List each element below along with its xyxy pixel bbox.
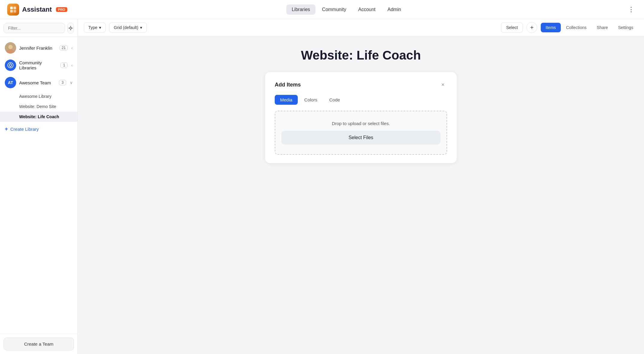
- type-label: Type: [88, 25, 97, 30]
- nav-item-community[interactable]: Community: [317, 4, 352, 15]
- nav-item-admin[interactable]: Admin: [382, 4, 406, 15]
- sidebar-badge-jennifer: 21: [60, 45, 68, 51]
- sidebar: Jennifer Franklin 21 ‹ Community Librari…: [0, 19, 78, 354]
- chevron-awesome-team: ∨: [70, 80, 73, 85]
- avatar-community: [5, 60, 16, 71]
- create-team-button[interactable]: Create a Team: [4, 338, 74, 350]
- nav-item-libraries[interactable]: Libraries: [286, 4, 315, 15]
- view-label: Grid (default): [114, 25, 138, 30]
- svg-rect-0: [10, 7, 13, 9]
- close-button[interactable]: ×: [439, 80, 447, 89]
- view-chevron-icon: ▾: [140, 25, 142, 30]
- media-tab-code[interactable]: Code: [324, 95, 345, 105]
- sidebar-item-jennifer[interactable]: Jennifer Franklin 21 ‹: [0, 39, 78, 57]
- media-tabs: Media Colors Code: [275, 95, 447, 105]
- pro-badge: PRO: [56, 7, 67, 12]
- create-library-label: Create Library: [10, 127, 39, 132]
- main-nav: Libraries Community Account Admin: [286, 4, 406, 15]
- select-button[interactable]: Select: [501, 22, 523, 33]
- svg-rect-1: [13, 7, 16, 9]
- media-tab-colors[interactable]: Colors: [299, 95, 323, 105]
- avatar-jennifer: [5, 42, 16, 54]
- nav-item-account[interactable]: Account: [353, 4, 381, 15]
- sidebar-badge-awesome-team: 3: [59, 80, 66, 85]
- content-tabs: Items Collections Share Settings: [541, 23, 638, 32]
- type-chevron-icon: ▾: [99, 25, 101, 30]
- app-header: Assistant PRO Libraries Community Accoun…: [0, 0, 644, 19]
- main-layout: Jennifer Franklin 21 ‹ Community Librari…: [0, 19, 644, 354]
- filter-icon-button[interactable]: [67, 23, 74, 34]
- sub-item-website-demo[interactable]: Website: Demo Site: [0, 101, 78, 112]
- content-body: Website: Life Coach Add Items × Media Co…: [78, 36, 644, 354]
- drop-text: Drop to upload or select files.: [332, 121, 390, 126]
- tab-settings[interactable]: Settings: [613, 23, 638, 32]
- sidebar-item-community-libraries[interactable]: Community Libraries 1 ‹: [0, 57, 78, 74]
- sidebar-filter-area: [0, 19, 78, 37]
- chevron-community: ‹: [71, 63, 73, 68]
- svg-rect-2: [10, 10, 13, 13]
- app-name: Assistant: [22, 6, 52, 13]
- create-library-plus-icon: +: [5, 126, 8, 132]
- sidebar-label-awesome-team: Awesome Team: [19, 80, 56, 85]
- sidebar-label-community: Community Libraries: [19, 60, 57, 70]
- page-title: Website: Life Coach: [301, 48, 421, 63]
- tab-items[interactable]: Items: [541, 23, 561, 32]
- sidebar-section: Jennifer Franklin 21 ‹ Community Librari…: [0, 37, 78, 334]
- content-toolbar: Type ▾ Grid (default) ▾ Select + Items C…: [78, 19, 644, 36]
- avatar-awesome-team: AT: [5, 77, 16, 88]
- create-library-row[interactable]: + Create Library: [0, 123, 78, 135]
- svg-point-12: [9, 45, 12, 48]
- more-menu-icon[interactable]: ⋮: [625, 3, 637, 16]
- tab-collections[interactable]: Collections: [561, 23, 591, 32]
- sidebar-item-awesome-team[interactable]: AT Awesome Team 3 ∨: [0, 74, 78, 91]
- svg-point-4: [70, 27, 72, 29]
- sidebar-footer: Create a Team: [0, 334, 78, 354]
- select-files-button[interactable]: Select Files: [281, 131, 441, 145]
- card-header: Add Items ×: [275, 80, 447, 89]
- sidebar-badge-community: 1: [60, 63, 68, 68]
- app-logo-icon: [7, 4, 19, 16]
- logo-area: Assistant PRO: [7, 4, 67, 16]
- add-items-card: Add Items × Media Colors Code Drop to up…: [265, 72, 457, 163]
- content-area: Type ▾ Grid (default) ▾ Select + Items C…: [78, 19, 644, 354]
- drop-zone[interactable]: Drop to upload or select files. Select F…: [275, 111, 447, 155]
- view-dropdown[interactable]: Grid (default) ▾: [109, 22, 147, 33]
- type-dropdown[interactable]: Type ▾: [84, 22, 106, 33]
- sidebar-label-jennifer: Jennifer Franklin: [19, 45, 57, 51]
- chevron-jennifer: ‹: [71, 45, 73, 50]
- filter-input[interactable]: [4, 23, 65, 33]
- add-item-button[interactable]: +: [526, 22, 537, 33]
- svg-rect-3: [13, 10, 16, 13]
- sub-item-awesome-library[interactable]: Awesome Library: [0, 91, 78, 101]
- team-sub-items: Awesome Library Website: Demo Site Websi…: [0, 91, 78, 123]
- tab-share[interactable]: Share: [592, 23, 613, 32]
- sub-item-website-life-coach[interactable]: Website: Life Coach: [0, 112, 78, 122]
- card-title: Add Items: [275, 82, 301, 88]
- media-tab-media[interactable]: Media: [275, 95, 298, 105]
